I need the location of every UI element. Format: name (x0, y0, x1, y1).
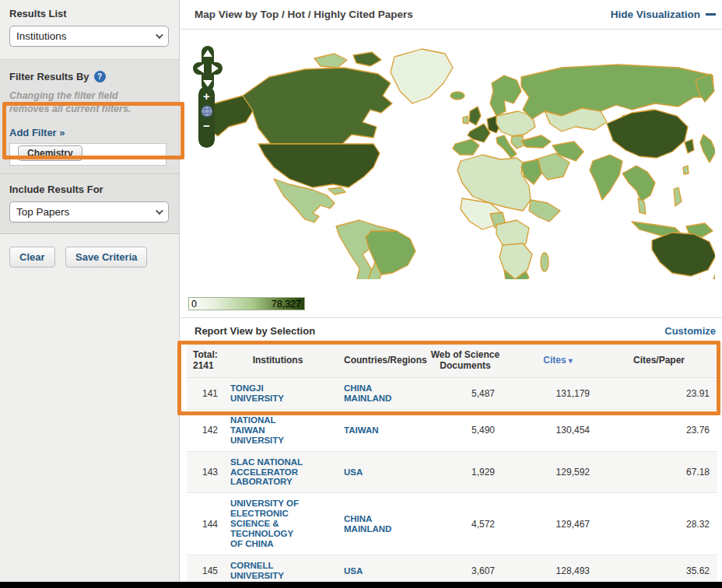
add-filter-link[interactable]: Add Filter » (9, 127, 170, 138)
hide-visualization-link[interactable]: Hide Visualization (611, 9, 716, 20)
include-results-select[interactable]: Top Papers (9, 201, 169, 222)
country-iceland (450, 92, 464, 100)
header-total-count: Total: 2141 (187, 343, 227, 378)
cites-per-paper-value: 23.91 (601, 378, 717, 410)
wos-documents-value: 4,572 (415, 493, 515, 555)
country-region-link[interactable]: CHINA MAINLAND (344, 383, 408, 404)
country-russia (521, 65, 713, 119)
header-cites-sort[interactable]: Cites▾ (515, 343, 601, 378)
map-legend: 0 78,327 (188, 297, 305, 310)
country-uk (469, 107, 481, 125)
include-results-selected-value: Top Papers (16, 206, 69, 218)
main-panel: Map View by Top / Hot / Highly Cited Pap… (180, 0, 722, 582)
legend-min-value: 0 (191, 299, 197, 310)
map-view-title: Map View by Top / Hot / Highly Cited Pap… (195, 9, 413, 20)
arctic-island (314, 54, 347, 68)
country-region-link[interactable]: USA (344, 467, 363, 478)
sort-descending-icon: ▾ (569, 356, 573, 365)
section-divider (180, 317, 722, 318)
country-greenland (391, 49, 453, 103)
country-turkey (521, 135, 551, 148)
row-rank: 143 (187, 451, 227, 493)
help-icon[interactable]: ? (94, 71, 106, 82)
country-new-zealand-south (713, 271, 715, 279)
legend-max-value: 78,327 (272, 299, 301, 310)
wos-documents-value: 5,487 (415, 378, 515, 410)
filter-section: Filter Results By ? Changing the filter … (0, 59, 179, 174)
country-china (607, 110, 688, 158)
table-row: 141TONGJI UNIVERSITYCHINA MAINLAND5,4871… (187, 378, 717, 410)
clear-button[interactable]: Clear (9, 247, 55, 268)
header-cites-per-paper: Cites/Paper (601, 343, 717, 378)
country-japan (700, 135, 715, 163)
southeast-asia (622, 166, 655, 201)
report-table-body: 141TONGJI UNIVERSITYCHINA MAINLAND5,4871… (187, 378, 717, 588)
country-australia (652, 233, 715, 276)
wos-documents-value: 5,490 (415, 409, 515, 451)
globe-icon[interactable] (201, 105, 213, 117)
wos-documents-value: 1,929 (415, 451, 515, 493)
country-ireland (463, 116, 468, 124)
map-header-bar: Map View by Top / Hot / Highly Cited Pap… (180, 0, 722, 30)
chevron-down-icon (156, 207, 163, 215)
country-cuba (328, 187, 345, 194)
world-map[interactable]: + − 0 78,327 (180, 30, 722, 293)
choropleth-map-svg[interactable] (198, 37, 715, 279)
filter-chip-box: Chemistry (9, 143, 166, 166)
country-taiwan (683, 166, 689, 174)
customize-link[interactable]: Customize (664, 325, 716, 337)
row-rank: 141 (187, 378, 227, 410)
cites-per-paper-value: 28.32 (601, 493, 717, 555)
zoom-in-button[interactable]: + (198, 90, 215, 102)
cites-value: 131,179 (515, 378, 601, 410)
institution-link[interactable]: SLAC NATIONAL ACCELERATOR LABORATORY (230, 457, 307, 488)
cites-value: 129,467 (515, 493, 601, 555)
country-korea (685, 139, 694, 153)
country-madagascar (541, 253, 549, 271)
report-table: Total: 2141 Institutions Countries/Regio… (187, 343, 717, 588)
table-row: 142NATIONAL TAIWAN UNIVERSITYTAIWAN5,490… (187, 409, 717, 451)
results-list-selected-value: Institutions (16, 30, 67, 42)
include-results-label: Include Results For (9, 184, 170, 195)
chevron-down-icon (156, 31, 163, 39)
table-header-row: Total: 2141 Institutions Countries/Regio… (187, 343, 717, 378)
institution-link[interactable]: NATIONAL TAIWAN UNIVERSITY (230, 415, 307, 446)
zoom-out-button[interactable]: − (198, 120, 215, 131)
country-region-link[interactable]: CHINA MAINLAND (344, 514, 408, 534)
report-view-title: Report View by Selection (195, 325, 315, 337)
filter-chip-chemistry[interactable]: Chemistry (18, 145, 82, 161)
institution-link[interactable]: UNIVERSITY OF ELECTRONIC SCIENCE & TECHN… (230, 499, 307, 548)
row-rank: 142 (187, 409, 227, 451)
pan-control[interactable] (193, 46, 223, 91)
institution-link[interactable]: CORNELL UNIVERSITY (230, 561, 307, 581)
country-region-link[interactable]: USA (344, 566, 363, 576)
header-wos-documents: Web of Science Documents (415, 343, 515, 378)
filter-results-by-label: Filter Results By (9, 71, 89, 82)
cites-value: 129,592 (515, 451, 601, 493)
country-india (590, 155, 622, 200)
table-row: 143SLAC NATIONAL ACCELERATOR LABORATORYU… (187, 451, 717, 493)
sidebar: Results List Institutions Filter Results… (0, 0, 180, 582)
esi-screen: Results List Institutions Filter Results… (0, 0, 722, 588)
institution-link[interactable]: TONGJI UNIVERSITY (230, 383, 307, 404)
zoom-control[interactable]: + − (198, 86, 215, 148)
arctic-island (353, 52, 381, 66)
cites-per-paper-value: 23.76 (601, 409, 717, 451)
row-rank: 144 (187, 493, 227, 555)
filter-note: Changing the filter field removes all cu… (9, 89, 170, 116)
country-spain (453, 139, 479, 155)
save-criteria-button[interactable]: Save Criteria (65, 247, 148, 268)
country-philippines (674, 187, 682, 206)
country-canada (243, 68, 392, 144)
cites-value: 130,454 (515, 409, 601, 451)
results-list-label: Results List (9, 8, 170, 19)
screenshot-bottom-bar (0, 582, 722, 588)
header-institutions: Institutions (227, 343, 328, 378)
header-countries-regions: Countries/Regions (328, 343, 415, 378)
results-list-select[interactable]: Institutions (9, 26, 169, 47)
malay-peninsula (638, 198, 646, 214)
country-region-link[interactable]: TAIWAN (344, 425, 379, 436)
table-row: 144UNIVERSITY OF ELECTRONIC SCIENCE & TE… (187, 493, 717, 555)
minus-icon (706, 13, 716, 16)
horn-of-africa (529, 200, 560, 222)
